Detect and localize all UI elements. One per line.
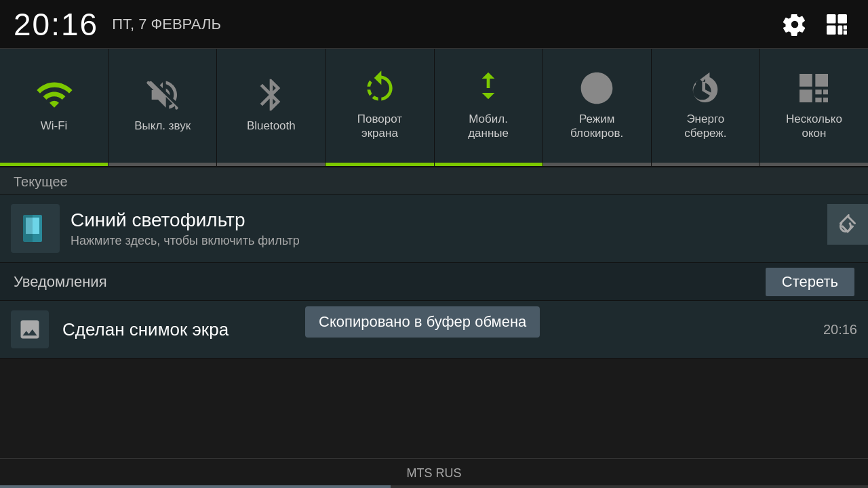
tile-rotation[interactable]: Поворотэкрана — [326, 49, 434, 166]
notification-text: Синий светофильтр Нажмите здесь, чтобы в… — [71, 209, 827, 248]
clipboard-tooltip: Скопировано в буфер обмена — [305, 306, 540, 338]
tile-wifi-label: Wi-Fi — [41, 119, 68, 133]
clock: 20:16 — [14, 6, 98, 43]
tile-blockmode-indicator — [543, 163, 651, 166]
screenshot-time: 20:16 — [823, 322, 857, 338]
quick-settings: Wi-Fi Выкл. звук Bluetooth Поворотэкрана… — [0, 49, 868, 167]
svg-rect-3 — [838, 25, 843, 35]
clear-button[interactable]: Стереть — [766, 268, 854, 296]
notification-title: Синий светофильтр — [71, 209, 827, 231]
tile-powersave-label: Энергосбереж. — [684, 113, 726, 140]
tile-blockmode[interactable]: Режимблокиров. — [543, 49, 652, 166]
tile-sound-label: Выкл. звук — [134, 119, 191, 133]
notification-subtitle: Нажмите здесь, чтобы включить фильтр — [71, 234, 827, 248]
notification-icon — [11, 204, 60, 253]
screenshot-icon — [11, 310, 49, 348]
tile-mobiledata-indicator — [435, 163, 542, 166]
svg-rect-10 — [23, 215, 33, 242]
status-icons — [777, 7, 854, 42]
bottom-bar: MTS RUS — [0, 458, 868, 488]
progress-bar — [0, 485, 868, 488]
svg-rect-4 — [844, 25, 847, 29]
tile-powersave-indicator — [652, 163, 760, 166]
progress-fill — [0, 485, 391, 488]
notifications-bar: Уведомления Стереть — [0, 263, 868, 301]
notifications-label: Уведомления — [14, 273, 766, 291]
settings-button[interactable] — [777, 7, 812, 42]
tile-multiwindow-indicator — [760, 163, 868, 166]
tile-bluetooth-label: Bluetooth — [247, 119, 296, 133]
date: ПТ, 7 ФЕВРАЛЬ — [112, 16, 221, 33]
notification-action-button[interactable] — [827, 204, 868, 245]
tile-blockmode-label: Режимблокиров. — [570, 113, 623, 140]
notification-card[interactable]: Синий светофильтр Нажмите здесь, чтобы в… — [0, 195, 868, 263]
tile-rotation-label: Поворотэкрана — [357, 113, 402, 140]
svg-rect-2 — [827, 25, 836, 35]
current-label: Текущее — [14, 174, 68, 189]
tile-wifi[interactable]: Wi-Fi — [0, 49, 108, 166]
screenshot-notification[interactable]: Сделан снимок экра Скопировано в буфер о… — [0, 301, 868, 359]
svg-rect-0 — [827, 14, 836, 24]
tile-multiwindow-label: Несколькоокон — [786, 113, 842, 140]
tile-wifi-indicator — [0, 163, 108, 166]
tile-mobiledata[interactable]: Мобил.данные — [435, 49, 543, 166]
current-section: Текущее — [0, 167, 868, 195]
tile-bluetooth[interactable]: Bluetooth — [217, 49, 326, 166]
tile-powersave[interactable]: Энергосбереж. — [652, 49, 760, 166]
tile-sound-indicator — [108, 163, 216, 166]
tile-mobiledata-label: Мобил.данные — [468, 113, 509, 140]
svg-rect-1 — [838, 14, 848, 24]
status-bar: 20:16 ПТ, 7 ФЕВРАЛЬ — [0, 0, 868, 49]
carrier-text: MTS RUS — [407, 466, 462, 481]
tile-multiwindow[interactable]: Несколькоокон — [760, 49, 868, 166]
tile-sound[interactable]: Выкл. звук — [108, 49, 217, 166]
multiwindow-button[interactable] — [819, 7, 854, 42]
tile-bluetooth-indicator — [217, 163, 325, 166]
svg-rect-5 — [844, 30, 847, 35]
tile-rotation-indicator — [326, 163, 433, 166]
